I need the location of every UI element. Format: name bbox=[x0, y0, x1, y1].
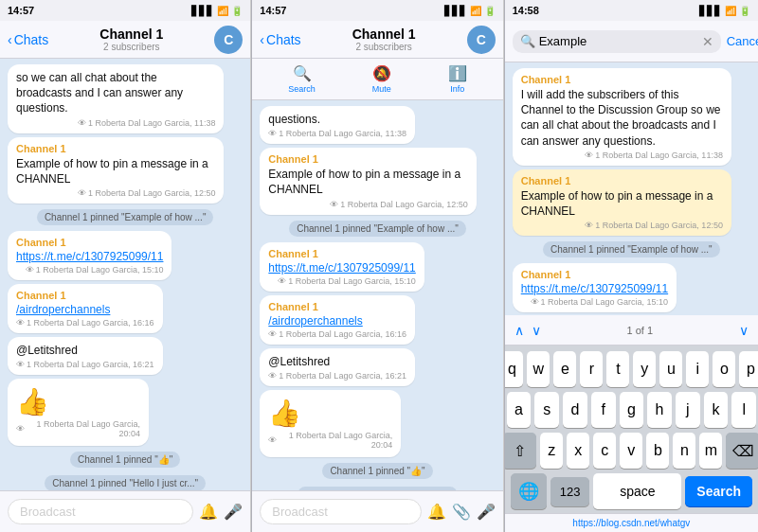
broadcast-input-2[interactable]: Broadcast bbox=[260, 499, 421, 524]
eye-icon: 👁 bbox=[268, 371, 277, 381]
msg-sender: Channel 1 bbox=[521, 269, 668, 280]
key-r[interactable]: r bbox=[580, 351, 603, 387]
bell-icon[interactable]: 🔔 bbox=[427, 503, 446, 521]
mic-icon[interactable]: 🎤 bbox=[477, 503, 496, 521]
msg-sender: Channel 1 bbox=[16, 237, 163, 248]
subscribers-2: 2 subscribers bbox=[307, 42, 461, 52]
nav-bar-2: ‹ Chats Channel 1 2 subscribers C bbox=[252, 21, 502, 59]
status-bar-1: 14:57 ▋▋▋ 📶 🔋 bbox=[0, 0, 250, 21]
globe-key[interactable]: 🌐 bbox=[511, 473, 547, 509]
keyboard: q w e r t y u i o p a s d f g h j k l ⇧ … bbox=[505, 346, 758, 513]
msg-text: Example of how to pin a message in a CHA… bbox=[521, 188, 723, 219]
key-n[interactable]: n bbox=[673, 433, 695, 469]
info-toolbar-btn[interactable]: ℹ️ Info bbox=[448, 64, 467, 94]
back-button-2[interactable]: ‹ Chats bbox=[260, 32, 300, 47]
search-toolbar-btn[interactable]: 🔍 Search bbox=[288, 64, 316, 94]
bell-icon[interactable]: 🔔 bbox=[199, 503, 218, 521]
eye-icon: 👁 bbox=[26, 265, 34, 275]
mute-toolbar-btn[interactable]: 🔕 Mute bbox=[372, 64, 391, 94]
key-x[interactable]: x bbox=[567, 433, 589, 469]
key-w[interactable]: w bbox=[527, 351, 550, 387]
panel-3: 14:58 ▋▋▋ 📶 🔋 🔍 ✕ Cancel Channel 1 I wil… bbox=[505, 0, 758, 532]
eye-icon: 👁 bbox=[16, 424, 25, 434]
info-icon: ℹ️ bbox=[448, 64, 467, 82]
avatar-2[interactable]: C bbox=[467, 26, 496, 54]
num-key[interactable]: 123 bbox=[550, 477, 590, 506]
msg-link[interactable]: https://t.me/c/1307925099/11 bbox=[268, 261, 415, 275]
key-c[interactable]: c bbox=[593, 433, 616, 469]
shift-key[interactable]: ⇧ bbox=[505, 433, 537, 469]
msg-meta: 👁1 Roberta Dal Lago Garcia, 16:16 bbox=[268, 329, 406, 339]
msg-link[interactable]: /airdroperchannels bbox=[16, 303, 154, 316]
status-icons-1: ▋▋▋ 📶 🔋 bbox=[191, 6, 243, 16]
eye-icon: 👁 bbox=[78, 188, 86, 198]
search-input[interactable] bbox=[539, 34, 698, 48]
msg-text: so we can all chat about the broadcasts … bbox=[16, 70, 215, 116]
msg-link[interactable]: https://t.me/c/1307925099/11 bbox=[16, 250, 163, 263]
key-p[interactable]: p bbox=[739, 351, 758, 387]
msg-meta: 👁1 Roberta Dal Lago Garcia, 20:04 bbox=[16, 419, 140, 438]
time-2: 14:57 bbox=[260, 5, 286, 16]
back-label-1[interactable]: Chats bbox=[14, 32, 49, 47]
key-e[interactable]: e bbox=[553, 351, 576, 387]
eye-icon: 👁 bbox=[268, 435, 277, 445]
search-icon: 🔍 bbox=[520, 34, 535, 48]
chevron-left-icon: ‹ bbox=[8, 32, 12, 47]
nav-up-arrow[interactable]: ∧ bbox=[514, 323, 524, 338]
status-bar-2: 14:57 ▋▋▋ 📶 🔋 bbox=[252, 0, 502, 21]
avatar-1[interactable]: C bbox=[214, 26, 243, 54]
keyboard-row-3: ⇧ z x c v b n m ⌫ bbox=[507, 433, 756, 469]
key-i[interactable]: i bbox=[686, 351, 709, 387]
message-bubble-highlighted: Channel 1 Example of how to pin a messag… bbox=[513, 169, 731, 236]
space-key[interactable]: space bbox=[593, 473, 681, 509]
eye-icon: 👁 bbox=[330, 200, 338, 209]
key-k[interactable]: k bbox=[704, 392, 729, 428]
key-u[interactable]: u bbox=[659, 351, 682, 387]
key-f[interactable]: f bbox=[591, 392, 616, 428]
mic-icon[interactable]: 🎤 bbox=[224, 503, 243, 521]
keyboard-bottom-row: 🌐 123 space Search bbox=[507, 473, 756, 509]
channel-name-2: Channel 1 bbox=[307, 27, 461, 42]
eye-icon: 👁 bbox=[585, 151, 593, 160]
key-z[interactable]: z bbox=[540, 433, 563, 469]
search-input-wrap: 🔍 ✕ bbox=[513, 30, 721, 53]
clear-search-icon[interactable]: ✕ bbox=[702, 34, 713, 49]
key-s[interactable]: s bbox=[534, 392, 559, 428]
msg-sender: Channel 1 bbox=[521, 74, 723, 85]
eye-icon: 👁 bbox=[16, 360, 25, 369]
key-b[interactable]: b bbox=[646, 433, 669, 469]
broadcast-input-1[interactable]: Broadcast bbox=[8, 499, 193, 524]
system-message: Channel 1 pinned "Example of how ..." bbox=[289, 221, 466, 237]
msg-link[interactable]: https://t.me/c/1307925099/11 bbox=[521, 282, 668, 295]
key-g[interactable]: g bbox=[620, 392, 644, 428]
message-bubble: @Letitshred 👁1 Roberta Dal Lago Garcia, … bbox=[260, 348, 415, 386]
attachment-icon[interactable]: 📎 bbox=[452, 503, 471, 521]
message-bubble: @Letitshred 👁1 Roberta Dal Lago Garcia, … bbox=[8, 337, 163, 375]
panel-1: 14:57 ▋▋▋ 📶 🔋 ‹ Chats Channel 1 2 subscr… bbox=[0, 0, 251, 532]
key-l[interactable]: l bbox=[731, 392, 756, 428]
key-q[interactable]: q bbox=[505, 351, 524, 387]
delete-key[interactable]: ⌫ bbox=[726, 433, 758, 469]
key-d[interactable]: d bbox=[563, 392, 587, 428]
key-y[interactable]: y bbox=[633, 351, 656, 387]
key-t[interactable]: t bbox=[606, 351, 629, 387]
key-h[interactable]: h bbox=[647, 392, 672, 428]
message-bubble: so we can all chat about the broadcasts … bbox=[8, 64, 224, 133]
collapse-button[interactable]: ∨ bbox=[739, 323, 749, 338]
key-a[interactable]: a bbox=[507, 392, 532, 428]
system-message: Channel 1 pinned "👍" bbox=[322, 463, 432, 479]
nav-down-arrow[interactable]: ∨ bbox=[532, 323, 541, 338]
back-label-2[interactable]: Chats bbox=[266, 32, 301, 47]
msg-link[interactable]: /airdroperchannels bbox=[268, 314, 406, 328]
keyboard-row-1: q w e r t y u i o p bbox=[507, 351, 756, 387]
cancel-button[interactable]: Cancel bbox=[727, 34, 758, 48]
toolbar-2: 🔍 Search 🔕 Mute ℹ️ Info bbox=[252, 59, 502, 100]
eye-icon: 👁 bbox=[78, 118, 86, 128]
key-v[interactable]: v bbox=[620, 433, 642, 469]
msg-meta: 👁1 Roberta Dal Lago Garcia, 16:21 bbox=[16, 360, 154, 369]
key-o[interactable]: o bbox=[713, 351, 735, 387]
search-key[interactable]: Search bbox=[685, 476, 752, 506]
key-m[interactable]: m bbox=[699, 433, 722, 469]
back-button-1[interactable]: ‹ Chats bbox=[8, 32, 48, 47]
key-j[interactable]: j bbox=[676, 392, 700, 428]
